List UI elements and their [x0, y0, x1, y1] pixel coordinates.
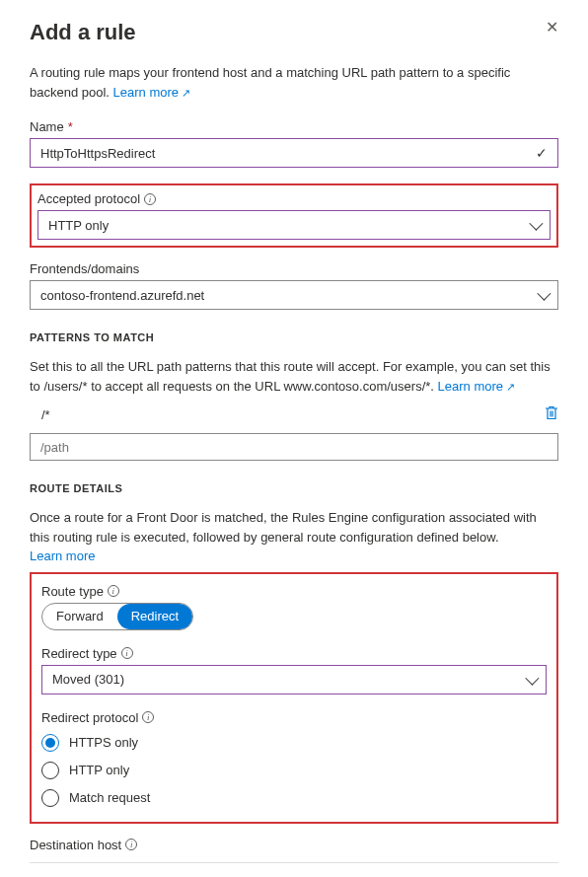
route-type-toggle[interactable]: Forward Redirect	[41, 603, 193, 630]
info-icon[interactable]: i	[144, 193, 156, 205]
chevron-down-icon	[529, 217, 543, 231]
route-details-section-title: ROUTE DETAILS	[30, 482, 558, 494]
name-label: Name *	[30, 119, 558, 134]
route-type-redirect[interactable]: Redirect	[117, 604, 192, 629]
patterns-section-title: PATTERNS TO MATCH	[30, 331, 558, 343]
route-type-label: Route type i	[41, 584, 547, 599]
patterns-description: Set this to all the URL path patterns th…	[30, 357, 558, 396]
valid-icon: ✓	[536, 145, 548, 161]
chevron-down-icon	[525, 671, 539, 685]
redirect-type-select[interactable]: Moved (301)	[41, 665, 547, 694]
protocol-label: Accepted protocol i	[37, 191, 551, 206]
info-icon[interactable]: i	[108, 585, 119, 597]
close-icon[interactable]: ✕	[546, 20, 558, 36]
route-details-description: Once a route for a Front Door is matched…	[30, 508, 558, 566]
pattern-item: /*	[30, 402, 558, 427]
divider	[30, 862, 558, 863]
chevron-down-icon	[537, 287, 551, 301]
pattern-input[interactable]	[30, 433, 558, 461]
redirect-protocol-https[interactable]: HTTPS only	[41, 729, 547, 757]
radio-icon	[41, 734, 59, 752]
patterns-learn-more-link[interactable]: Learn more	[438, 379, 516, 394]
redirect-protocol-match[interactable]: Match request	[41, 784, 547, 812]
accepted-protocol-highlight: Accepted protocol i HTTP only	[30, 183, 558, 248]
info-icon[interactable]: i	[121, 647, 133, 659]
redirect-protocol-label: Redirect protocol i	[41, 710, 547, 725]
name-input[interactable]: HttpToHttpsRedirect ✓	[30, 138, 558, 168]
frontends-select[interactable]: contoso-frontend.azurefd.net	[30, 280, 558, 310]
page-title: Add a rule	[30, 20, 136, 45]
redirect-protocol-http[interactable]: HTTP only	[41, 757, 547, 784]
protocol-select[interactable]: HTTP only	[37, 210, 551, 240]
route-details-learn-more-link[interactable]: Learn more	[30, 548, 95, 563]
intro-text: A routing rule maps your frontend host a…	[30, 63, 558, 102]
info-icon[interactable]: i	[125, 839, 137, 850]
learn-more-link[interactable]: Learn more	[113, 85, 191, 100]
frontends-label: Frontends/domains	[30, 261, 558, 276]
radio-icon	[41, 762, 59, 779]
radio-icon	[41, 789, 59, 807]
destination-host-label: Destination host i	[30, 838, 558, 852]
route-details-highlight: Route type i Forward Redirect Redirect t…	[30, 572, 558, 824]
info-icon[interactable]: i	[142, 711, 154, 723]
redirect-type-label: Redirect type i	[41, 646, 547, 661]
route-type-forward[interactable]: Forward	[42, 604, 117, 629]
trash-icon[interactable]	[545, 405, 558, 423]
